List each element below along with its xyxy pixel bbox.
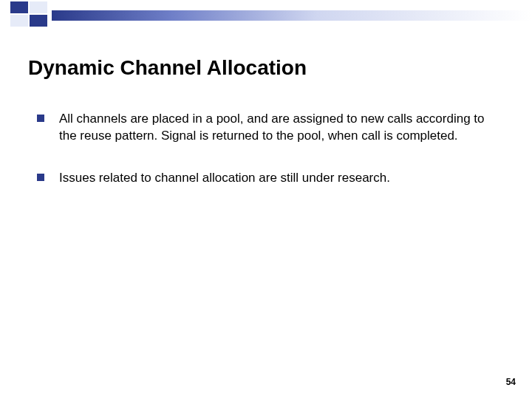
square-icon [30, 15, 47, 27]
content-area: All channels are placed in a pool, and a… [37, 111, 498, 212]
page-title: Dynamic Channel Allocation [28, 56, 307, 80]
square-icon [10, 1, 28, 13]
page-number: 54 [506, 377, 516, 387]
list-item: Issues related to channel allocation are… [37, 170, 498, 187]
list-item-text: Issues related to channel allocation are… [59, 170, 390, 187]
corner-squares-icon [0, 0, 52, 28]
bullet-icon [37, 115, 44, 122]
list-item: All channels are placed in a pool, and a… [37, 111, 498, 145]
gradient-bar [52, 10, 532, 21]
bullet-icon [37, 174, 44, 181]
square-icon [30, 1, 47, 13]
slide-top-accent [0, 0, 532, 28]
list-item-text: All channels are placed in a pool, and a… [59, 111, 498, 145]
square-icon [10, 15, 28, 27]
